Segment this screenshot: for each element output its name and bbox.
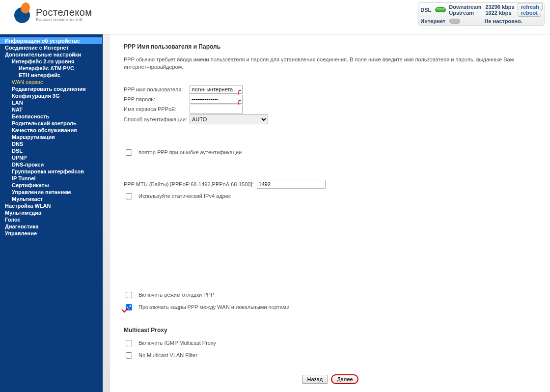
reboot-button[interactable]: reboot — [518, 9, 541, 17]
sidebar-item[interactable]: DSL — [0, 147, 102, 154]
auth-label: Способ аутентификации: — [124, 116, 190, 122]
sidebar-item[interactable]: Качество обслуживания — [0, 127, 102, 134]
status-panel: DSL Downstream Upstream 23296 kbps 1022 … — [418, 2, 545, 26]
page-title: PPP Имя пользователя и Пароль — [124, 43, 536, 50]
username-input[interactable] — [190, 85, 243, 94]
page-intro: PPP обычно требует ввода имени пользоват… — [124, 56, 536, 71]
debug-checkbox[interactable] — [126, 292, 132, 298]
downstream-label: Downstream — [449, 4, 482, 10]
bridge-checkbox[interactable] — [126, 304, 132, 310]
brand-title: Ростелеком — [36, 7, 92, 18]
password-label: PPP пароль: — [124, 96, 190, 102]
sidebar-item[interactable]: IP Tunnel — [0, 175, 102, 182]
novlan-label: No Multicast VLAN Filter — [138, 352, 197, 358]
sidebar-item[interactable]: Управление — [0, 230, 102, 237]
brand-subtitle: Больше возможностей — [36, 18, 92, 23]
sidebar-item[interactable]: Сертификаты — [0, 182, 102, 189]
sidebar-item[interactable]: Конфигурация 3G — [0, 92, 102, 99]
internet-led-icon — [449, 19, 460, 24]
sidebar-item[interactable]: Информация об устройстве — [0, 37, 102, 44]
sidebar-item[interactable]: Редактировать соединения — [0, 85, 102, 92]
dsl-led-icon — [435, 7, 446, 12]
sidebar-item[interactable]: Голос — [0, 216, 102, 223]
sidebar-item[interactable]: Мультимедиа — [0, 209, 102, 216]
sidebar-item[interactable]: Интерфейс ATM PVC — [0, 65, 102, 72]
sidebar-item[interactable]: ETH интерфейс — [0, 72, 102, 79]
sidebar-item[interactable]: Интерфейс 2-го уровня — [0, 58, 102, 65]
auth-select[interactable]: AUTO — [190, 114, 268, 124]
sidebar-item[interactable]: NAT — [0, 106, 102, 113]
header: Ростелеком Больше возможностей DSL Downs… — [0, 0, 550, 34]
sidebar-item[interactable]: WAN сервис — [0, 79, 102, 85]
sidebar-item[interactable]: Маршрутизация — [0, 134, 102, 140]
upstream-label: Upstream — [449, 10, 475, 16]
sidebar-item[interactable]: Соединение с Интернет — [0, 44, 102, 51]
sidebar-item[interactable]: DNS-прокси — [0, 161, 102, 168]
igmp-checkbox[interactable] — [126, 340, 132, 346]
sidebar: Информация об устройствеСоединение с Инт… — [0, 34, 110, 392]
downstream-value: 23296 kbps — [485, 4, 514, 10]
back-button[interactable]: Назад — [302, 375, 329, 384]
multicast-heading: Multicast Proxy — [124, 327, 536, 334]
mtu-label: PPP MTU (Байты) [PPPoE:68-1492,PPPoA:68-… — [124, 181, 254, 187]
retry-checkbox[interactable] — [126, 149, 132, 156]
internet-value: Не настроено. — [464, 18, 543, 24]
brand-logo: Ростелеком Больше возможностей — [12, 2, 92, 27]
sidebar-item[interactable]: Безопасность — [0, 113, 102, 120]
sidebar-item[interactable]: Диагностика — [0, 223, 102, 230]
sidebar-item[interactable]: Группировка интерфейсов — [0, 168, 102, 175]
logo-icon — [12, 2, 32, 27]
igmp-label: Включить IGMP Multicast Proxy — [138, 340, 216, 346]
bridge-label: Проключать кадры PPP между WAN и локальн… — [138, 304, 289, 310]
sidebar-item[interactable]: Мультикаст — [0, 196, 102, 202]
novlan-checkbox[interactable] — [126, 352, 132, 359]
sidebar-item[interactable]: UPNP — [0, 154, 102, 161]
static-ipv4-label: Используйте статический IPv4 адрес — [138, 193, 231, 199]
service-label: Имя сервиса PPPoE: — [124, 106, 190, 112]
static-ipv4-checkbox[interactable] — [126, 193, 132, 199]
sidebar-item[interactable]: Родительский контроль — [0, 120, 102, 127]
sidebar-item[interactable]: Управление питанием — [0, 189, 102, 196]
retry-label: повтор PPP при ошибке аутентификации — [138, 149, 242, 155]
dsl-label: DSL — [420, 7, 432, 13]
main-content: PPP Имя пользователя и Пароль PPP обычно… — [110, 34, 550, 392]
debug-label: Включить режим отладки PPP — [138, 292, 214, 298]
sidebar-item[interactable]: LAN — [0, 99, 102, 106]
upstream-value: 1022 kbps — [485, 10, 511, 16]
username-label: PPP имя пользователя: — [124, 86, 190, 92]
mtu-input[interactable] — [257, 180, 326, 189]
next-button[interactable]: Далее — [331, 375, 358, 384]
sidebar-item[interactable]: DNS — [0, 140, 102, 147]
sidebar-item[interactable]: Дополнительные настройки — [0, 51, 102, 58]
internet-label: Интернет — [420, 18, 445, 24]
sidebar-item[interactable]: Настройка WLAN — [0, 202, 102, 209]
service-input[interactable] — [190, 105, 243, 113]
password-input[interactable] — [190, 95, 243, 104]
